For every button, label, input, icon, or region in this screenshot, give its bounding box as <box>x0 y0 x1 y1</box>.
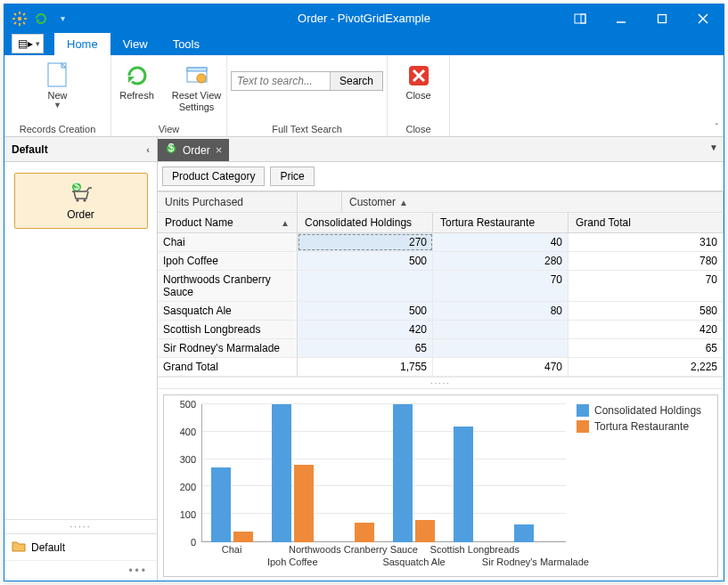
close-button[interactable] <box>683 4 724 32</box>
tab-view[interactable]: View <box>110 33 160 55</box>
bar[interactable] <box>233 532 253 542</box>
row-label[interactable]: Sasquatch Ale <box>158 302 298 320</box>
row-label: Grand Total <box>158 358 298 376</box>
ribbon-group-records-creation: New ▼ Records Creation <box>4 55 111 136</box>
cell-value[interactable]: 420 <box>568 321 724 338</box>
y-tick-label: 200 <box>180 482 196 492</box>
row-field-product-name[interactable]: Product Name ▲ <box>158 213 298 232</box>
x-tick-label: Scottish Longbreads <box>430 544 519 555</box>
list-view-icon: ▤▸ <box>18 37 33 50</box>
bar-group <box>262 404 323 542</box>
new-button[interactable]: New ▼ <box>31 59 85 110</box>
cell-value[interactable] <box>433 339 568 357</box>
cell-value[interactable]: 500 <box>298 302 433 320</box>
svg-rect-12 <box>658 14 667 22</box>
cell-value[interactable]: 270 <box>298 233 433 251</box>
cell-value[interactable]: 420 <box>298 321 433 338</box>
cell-value[interactable]: 310 <box>568 233 724 251</box>
plot-area: 0100200300400500 ChaiIpoh CoffeeNorthwoo… <box>169 401 569 571</box>
bar-group <box>323 404 383 542</box>
minimize-button[interactable] <box>601 4 642 32</box>
grid-chart-splitter[interactable]: ····· <box>158 377 724 389</box>
pivot-filter-area: Product Category Price <box>158 162 724 191</box>
nav-view-switcher[interactable]: ▤▸ ▾ <box>12 34 44 53</box>
cell-value[interactable] <box>433 321 568 338</box>
maximize-button[interactable] <box>642 4 683 32</box>
window-helper-icon[interactable] <box>560 4 601 32</box>
collapse-ribbon-icon[interactable]: ˆ <box>716 123 718 133</box>
cell-value[interactable]: 2,225 <box>568 358 724 376</box>
x-tick-label: Northwoods Cranberry Sauce <box>289 544 418 555</box>
legend-item-1: Tortura Restaurante <box>577 420 708 433</box>
document-tab-order[interactable]: $ Order × <box>158 139 229 161</box>
bars <box>201 404 566 542</box>
cell-value[interactable]: 1,755 <box>298 358 433 376</box>
sidebar-overflow-icon[interactable]: ••• <box>4 560 157 581</box>
chevron-left-icon[interactable]: ‹ <box>146 144 150 155</box>
cell-value[interactable]: 280 <box>433 252 568 270</box>
doctab-menu-icon[interactable]: ▼ <box>709 142 718 152</box>
table-row: Ipoh Coffee500280780 <box>158 252 724 271</box>
cell-value[interactable]: 80 <box>433 302 568 320</box>
bar[interactable] <box>454 427 473 542</box>
svg-point-17 <box>197 74 206 83</box>
legend-label: Tortura Restaurante <box>594 420 689 433</box>
tab-home[interactable]: Home <box>54 33 110 55</box>
qat-dropdown-icon[interactable]: ▾ <box>54 11 70 27</box>
bar[interactable] <box>415 520 435 542</box>
legend-swatch-icon <box>577 420 589 433</box>
tab-tools[interactable]: Tools <box>160 33 212 55</box>
svg-line-5 <box>14 13 16 15</box>
bar[interactable] <box>294 465 314 542</box>
cell-value[interactable]: 780 <box>568 252 724 270</box>
reset-view-button[interactable]: Reset View Settings <box>169 59 225 113</box>
row-label[interactable]: Sir Rodney's Marmalade <box>158 339 298 357</box>
bar[interactable] <box>393 404 413 542</box>
gear-icon[interactable] <box>12 11 28 27</box>
table-row: Chai27040310 <box>158 233 724 252</box>
cell-value[interactable]: 65 <box>568 339 724 357</box>
bar[interactable] <box>211 467 231 542</box>
cell-value[interactable]: 65 <box>298 339 433 357</box>
svg-rect-10 <box>581 14 585 23</box>
cell-value[interactable] <box>298 271 433 301</box>
ribbon-group-label: Full Text Search <box>272 122 342 134</box>
bar[interactable] <box>272 404 291 542</box>
chevron-down-icon: ▾ <box>36 39 40 48</box>
cell-value[interactable]: 70 <box>433 271 568 301</box>
filter-field-product-category[interactable]: Product Category <box>162 167 265 186</box>
x-axis-labels: ChaiIpoh CoffeeNorthwoods Cranberry Sauc… <box>201 544 566 571</box>
cell-value[interactable]: 40 <box>433 233 568 251</box>
row-label[interactable]: Scottish Longbreads <box>158 321 298 338</box>
navigation-sidebar: Default ‹ $ Order ····· Default ••• <box>4 137 158 581</box>
cell-value[interactable]: 580 <box>568 302 724 320</box>
col-header-0[interactable]: Consolidated Holdings <box>298 213 433 232</box>
column-field-customer[interactable]: Customer ▲ <box>342 192 724 212</box>
search-button[interactable]: Search <box>330 72 382 90</box>
sidebar-group-label: Default <box>31 541 65 554</box>
y-tick-label: 300 <box>180 454 196 465</box>
refresh-button[interactable]: Refresh <box>114 59 160 102</box>
close-document-button[interactable]: Close <box>397 59 441 102</box>
bar[interactable] <box>355 523 374 542</box>
sidebar-item-order[interactable]: $ Order <box>14 173 148 229</box>
cell-value[interactable]: 500 <box>298 252 433 270</box>
data-field-units-purchased[interactable]: Units Purchased <box>158 192 298 212</box>
row-label[interactable]: Chai <box>158 233 298 251</box>
col-header-1[interactable]: Tortura Restaurante <box>433 213 568 232</box>
sidebar-group-default[interactable]: Default <box>4 534 157 560</box>
bar[interactable] <box>514 524 534 542</box>
refresh-icon[interactable] <box>33 11 49 27</box>
filter-field-price[interactable]: Price <box>270 167 314 186</box>
row-label[interactable]: Northwoods Cranberry Sauce <box>158 271 298 301</box>
y-tick-label: 100 <box>180 509 196 520</box>
row-label[interactable]: Ipoh Coffee <box>158 252 298 270</box>
cell-value[interactable]: 470 <box>433 358 568 376</box>
ribbon-tabbar: ▤▸ ▾ Home View Tools <box>4 32 724 55</box>
close-tab-icon[interactable]: × <box>216 143 223 157</box>
legend-label: Consolidated Holdings <box>594 404 701 417</box>
cell-value[interactable]: 70 <box>568 271 724 301</box>
search-input[interactable] <box>232 72 330 90</box>
chart: 0100200300400500 ChaiIpoh CoffeeNorthwoo… <box>163 394 718 577</box>
sidebar-splitter[interactable]: ····· <box>4 519 157 533</box>
